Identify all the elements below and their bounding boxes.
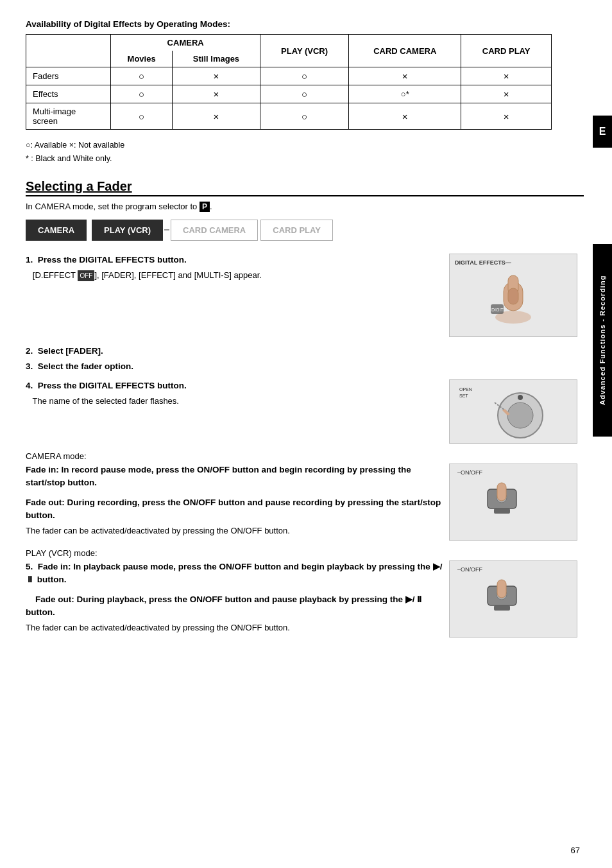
step-4-detail: The name of the selected fader flashes.: [26, 395, 449, 408]
cell-effects-card-play: ×: [461, 85, 552, 103]
deffect-icon: OFF: [78, 270, 94, 281]
svg-rect-5: [508, 288, 518, 304]
step-4-title: 4. Press the DIGITAL EFFECTS button.: [26, 379, 449, 392]
onoff-image-1: –ON/OFF: [449, 464, 577, 541]
hand-svg-1: DIGIT: [472, 269, 555, 327]
cell-effects-card-cam: ○*: [349, 85, 461, 103]
step-5-camera-fade-out: Fade out: During recording, press the ON…: [26, 496, 449, 523]
table-section-title: Availability of Digital Effects by Opera…: [26, 19, 584, 29]
table-header-camera: CAMERA: [111, 35, 260, 51]
steps-2-3: 2. Select [FADER]. 3. Select the fader o…: [26, 345, 584, 374]
svg-rect-20: [497, 580, 506, 598]
step-4-left: 4. Press the DIGITAL EFFECTS button. The…: [26, 379, 449, 444]
selector-image: OPEN SET: [449, 379, 577, 444]
svg-point-10: [518, 395, 523, 400]
hand-onoff-svg-1: [472, 480, 555, 537]
tab-card-play[interactable]: CARD PLAY: [260, 220, 333, 241]
mode-tabs: CAMERA PLAY (VCR) CARD CAMERA CARD PLAY: [26, 220, 584, 241]
cell-multi-card-cam: ×: [349, 103, 461, 130]
step-5-play-title: 5. Fade in: In playback pause mode, pres…: [26, 560, 449, 587]
svg-rect-18: [494, 605, 510, 611]
step-5-play-fade-out: Fade out: During playback, press the ON/…: [26, 593, 449, 620]
cell-multi-play: ○: [260, 103, 349, 130]
step-5-play-row: 5. Fade in: In playback pause mode, pres…: [26, 560, 584, 638]
step-1-left: 1. Press the DIGITAL EFFECTS button. [D.…: [26, 254, 449, 337]
sidebar-section-label: Advanced Functions - Recording: [593, 244, 612, 437]
selector-svg: OPEN SET: [456, 383, 572, 441]
table-header-card-play: CARD PLAY: [461, 35, 552, 67]
availability-table: CAMERA PLAY (VCR) CARD CAMERA CARD PLAY …: [26, 34, 552, 130]
cell-multi-still: ×: [172, 103, 260, 130]
table-subheader-movies: Movies: [111, 51, 173, 67]
page-content: Availability of Digital Effects by Opera…: [26, 19, 584, 638]
step-5-camera-title: Fade in: In record pause mode, press the…: [26, 464, 449, 490]
cell-effects-movies: ○: [111, 85, 173, 103]
table-row: Effects ○ × ○ ○* ×: [26, 85, 552, 103]
cell-faders-movies: ○: [111, 67, 173, 85]
step-5-play-left: 5. Fade in: In playback pause mode, pres…: [26, 560, 449, 638]
svg-point-9: [507, 403, 533, 428]
page-number: 67: [571, 846, 580, 855]
onoff-label-2: –ON/OFF: [457, 566, 482, 573]
cell-effects-still: ×: [172, 85, 260, 103]
row-label-multiimage: Multi-imagescreen: [26, 103, 111, 130]
hand-onoff-1: [450, 477, 577, 540]
step-1-detail: [D.EFFECT OFF], [FADER], [EFFECT] and [M…: [26, 269, 449, 282]
onoff-label-1: –ON/OFF: [457, 469, 482, 476]
fader-intro: In CAMERA mode, set the program selector…: [26, 202, 584, 212]
svg-text:SET: SET: [459, 394, 468, 398]
cell-faders-play: ○: [260, 67, 349, 85]
step-1-image: DIGITAL EFFECTS— DIGIT: [449, 254, 584, 337]
step-1-row: 1. Press the DIGITAL EFFECTS button. [D.…: [26, 254, 584, 337]
cell-faders-card-cam: ×: [349, 67, 461, 85]
row-label-faders: Faders: [26, 67, 111, 85]
svg-text:OPEN: OPEN: [459, 387, 472, 392]
step-5-camera-row: Fade in: In record pause mode, press the…: [26, 464, 584, 541]
tab-divider: [164, 229, 169, 230]
step-4-row: 4. Press the DIGITAL EFFECTS button. The…: [26, 379, 584, 444]
digital-effects-label: DIGITAL EFFECTS—: [455, 259, 511, 266]
tab-play-vcr[interactable]: PLAY (VCR): [92, 220, 163, 241]
table-row: Faders ○ × ○ × ×: [26, 67, 552, 85]
table-note-2: * : Black and White only.: [26, 152, 584, 166]
step-5-camera-left: Fade in: In record pause mode, press the…: [26, 464, 449, 541]
cell-effects-play: ○: [260, 85, 349, 103]
svg-rect-16: [497, 483, 506, 501]
step-5-camera-image: –ON/OFF: [449, 464, 584, 541]
camera-mode-label: CAMERA mode:: [26, 451, 584, 461]
onoff-image-2: –ON/OFF: [449, 560, 577, 638]
step-5-play-note: The fader can be activated/deactivated b…: [26, 621, 449, 634]
program-p: P: [200, 202, 210, 212]
table-subheader-still: Still Images: [172, 51, 260, 67]
table-row: Multi-imagescreen ○ × ○ × ×: [26, 103, 552, 130]
svg-text:DIGIT: DIGIT: [491, 308, 504, 312]
step-4-image: OPEN SET: [449, 379, 584, 444]
cell-multi-movies: ○: [111, 103, 173, 130]
table-header-play: PLAY (VCR): [260, 35, 349, 67]
cell-faders-still: ×: [172, 67, 260, 85]
step-5-camera-note: The fader can be activated/deactivated b…: [26, 525, 449, 537]
step-2: 2. Select [FADER].: [26, 345, 584, 358]
cell-faders-card-play: ×: [461, 67, 552, 85]
table-header-card-camera: CARD CAMERA: [349, 35, 461, 67]
step-3: 3. Select the fader option.: [26, 360, 584, 373]
tab-card-camera[interactable]: CARD CAMERA: [171, 220, 258, 241]
table-note-1: ○: Available ×: Not available: [26, 139, 584, 152]
play-mode-label: PLAY (VCR) mode:: [26, 548, 584, 558]
sidebar-e-label: E: [593, 116, 612, 148]
step-1-title: 1. Press the DIGITAL EFFECTS button.: [26, 254, 449, 266]
digital-effects-image: DIGITAL EFFECTS— DIGIT: [449, 254, 577, 337]
table-header-empty: [26, 35, 111, 67]
hand-onoff-svg-2: [472, 577, 555, 634]
step-5-play-image: –ON/OFF: [449, 560, 584, 638]
tab-camera[interactable]: CAMERA: [26, 220, 87, 241]
row-label-effects: Effects: [26, 85, 111, 103]
hand-image-1: DIGIT: [456, 266, 570, 330]
svg-rect-14: [494, 508, 510, 514]
cell-multi-card-play: ×: [461, 103, 552, 130]
hand-onoff-2: [450, 574, 577, 637]
fader-section-title: Selecting a Fader: [26, 179, 584, 196]
table-notes: ○: Available ×: Not available * : Black …: [26, 139, 584, 166]
